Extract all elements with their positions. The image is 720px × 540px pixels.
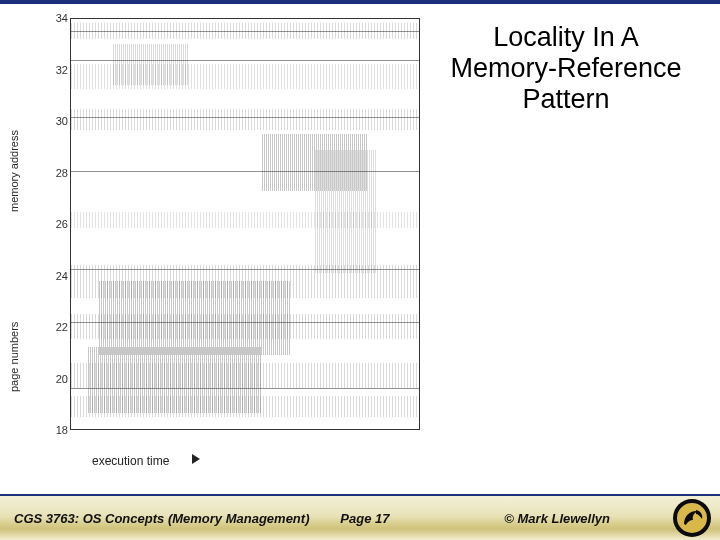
ytick: 30 — [56, 115, 68, 127]
y-axis-label-lower: page numbers — [8, 322, 20, 392]
ytick: 28 — [56, 167, 68, 179]
x-axis-arrow-icon — [192, 454, 200, 464]
footer-copyright: © Mark Llewellyn — [504, 511, 610, 526]
title-line-1: Locality In A — [436, 22, 696, 53]
title-line-2: Memory-Reference — [436, 53, 696, 84]
slide-footer: CGS 3763: OS Concepts (Memory Management… — [0, 494, 720, 540]
ytick: 22 — [56, 321, 68, 333]
footer-course: CGS 3763: OS Concepts (Memory Management… — [14, 511, 309, 526]
ytick: 18 — [56, 424, 68, 436]
ytick: 20 — [56, 373, 68, 385]
title-line-3: Pattern — [436, 84, 696, 115]
ytick: 32 — [56, 64, 68, 76]
y-axis-ticks: 18 20 22 24 26 28 30 32 34 — [48, 18, 68, 430]
y-axis-label-upper: memory address — [8, 130, 20, 212]
ytick: 24 — [56, 270, 68, 282]
ytick: 26 — [56, 218, 68, 230]
ytick: 34 — [56, 12, 68, 24]
slide-title: Locality In A Memory-Reference Pattern — [436, 22, 696, 115]
footer-page: Page 17 — [340, 511, 389, 526]
plot-area — [70, 18, 420, 430]
x-axis-label: execution time — [92, 454, 169, 468]
ucf-pegasus-logo-icon — [672, 498, 712, 538]
locality-figure: memory address page numbers 18 20 22 24 … — [12, 12, 432, 472]
